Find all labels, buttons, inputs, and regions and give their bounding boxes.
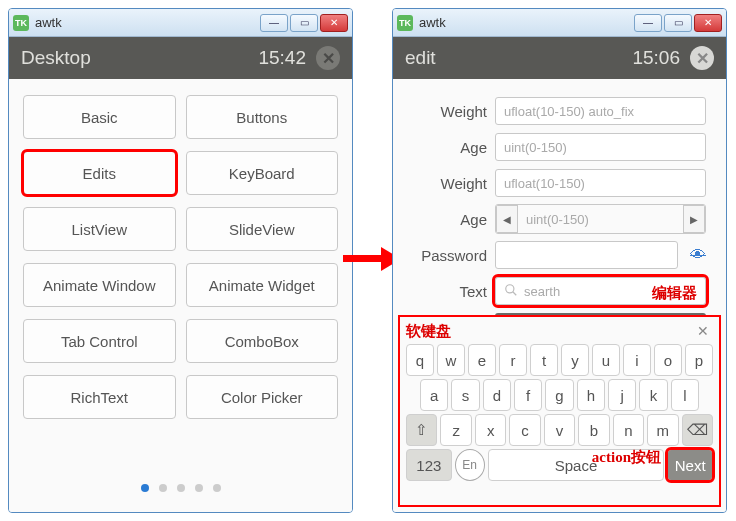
password-input[interactable] [495, 241, 678, 269]
key-j[interactable]: j [608, 379, 636, 411]
tile-color-picker[interactable]: Color Picker [186, 375, 339, 419]
key-q[interactable]: q [406, 344, 434, 376]
keyboard-row: ⇧zxcvbnm⌫ [406, 414, 713, 446]
page-dot[interactable] [177, 484, 185, 492]
key-numeric[interactable]: 123 [406, 449, 452, 481]
screen-header: edit 15:06 ✕ [393, 37, 726, 79]
form-row: Textsearth编辑器 [407, 273, 706, 309]
tile-edits[interactable]: Edits [23, 151, 176, 195]
desktop-window: TK awtk — ▭ ✕ Desktop 15:42 ✕ BasicButto… [8, 8, 353, 513]
tile-richtext[interactable]: RichText [23, 375, 176, 419]
key-t[interactable]: t [530, 344, 558, 376]
spin-down-icon[interactable]: ◀ [496, 205, 518, 233]
tile-slideview[interactable]: SlideView [186, 207, 339, 251]
form-row: Ageuint(0-150) [407, 129, 706, 165]
page-indicator [9, 484, 352, 492]
minimize-button[interactable]: — [260, 14, 288, 32]
key-shift[interactable]: ⇧ [406, 414, 437, 446]
key-s[interactable]: s [451, 379, 479, 411]
key-w[interactable]: w [437, 344, 465, 376]
key-g[interactable]: g [545, 379, 573, 411]
text-input[interactable]: uint(0-150) [495, 133, 706, 161]
spin-up-icon[interactable]: ▶ [683, 205, 705, 233]
key-r[interactable]: r [499, 344, 527, 376]
text-input[interactable]: searth编辑器 [495, 277, 706, 305]
keyboard-row: asdfghjkl [406, 379, 713, 411]
placeholder-text: uint(0-150) [504, 140, 567, 155]
key-e[interactable]: e [468, 344, 496, 376]
keyboard-close-icon[interactable]: ✕ [693, 323, 713, 339]
keyboard-annotation: 软键盘 [406, 322, 693, 341]
page-dot[interactable] [141, 484, 149, 492]
number-input[interactable]: uint(0-150) [518, 212, 683, 227]
tile-animate-widget[interactable]: Animate Widget [186, 263, 339, 307]
form-row: Password👁 [407, 237, 706, 273]
placeholder-text: ufloat(10-150) auto_fix [504, 104, 634, 119]
titlebar: TK awtk — ▭ ✕ [9, 9, 352, 37]
key-i[interactable]: i [623, 344, 651, 376]
key-k[interactable]: k [639, 379, 667, 411]
key-n[interactable]: n [613, 414, 644, 446]
key-c[interactable]: c [509, 414, 540, 446]
key-d[interactable]: d [483, 379, 511, 411]
app-icon: TK [13, 15, 29, 31]
header-close-icon[interactable]: ✕ [316, 46, 340, 70]
key-y[interactable]: y [561, 344, 589, 376]
editor-annotation: 编辑器 [652, 284, 697, 303]
titlebar: TK awtk — ▭ ✕ [393, 9, 726, 37]
maximize-button[interactable]: ▭ [664, 14, 692, 32]
close-button[interactable]: ✕ [694, 14, 722, 32]
tile-tab-control[interactable]: Tab Control [23, 319, 176, 363]
key-m[interactable]: m [647, 414, 678, 446]
key-action-next[interactable]: Next [667, 449, 713, 481]
form: Weightufloat(10-150) auto_fixAgeuint(0-1… [403, 89, 710, 345]
field-label: Weight [407, 175, 487, 192]
key-a[interactable]: a [420, 379, 448, 411]
tile-combobox[interactable]: ComboBox [186, 319, 339, 363]
form-row: Age◀uint(0-150)▶ [407, 201, 706, 237]
visibility-toggle-icon[interactable]: 👁 [690, 246, 706, 264]
edit-window: TK awtk — ▭ ✕ edit 15:06 ✕ ▲ ▼ Weightufl… [392, 8, 727, 513]
svg-line-1 [513, 291, 517, 295]
tile-keyboard[interactable]: KeyBoard [186, 151, 339, 195]
header-title: edit [405, 47, 632, 69]
key-z[interactable]: z [440, 414, 471, 446]
keyboard-row: 123 En Space Next [406, 449, 713, 481]
minimize-button[interactable]: — [634, 14, 662, 32]
key-backspace[interactable]: ⌫ [682, 414, 713, 446]
key-language[interactable]: En [455, 449, 485, 481]
key-o[interactable]: o [654, 344, 682, 376]
search-icon [504, 283, 518, 300]
key-l[interactable]: l [671, 379, 699, 411]
maximize-button[interactable]: ▭ [290, 14, 318, 32]
key-p[interactable]: p [685, 344, 713, 376]
action-button-annotation: action按钮 [592, 448, 661, 467]
text-input[interactable]: ufloat(10-150) auto_fix [495, 97, 706, 125]
key-v[interactable]: v [544, 414, 575, 446]
page-dot[interactable] [213, 484, 221, 492]
form-row: Weightufloat(10-150) [407, 165, 706, 201]
page-dot[interactable] [159, 484, 167, 492]
tile-animate-window[interactable]: Animate Window [23, 263, 176, 307]
titlebar-title: awtk [419, 15, 634, 30]
tile-listview[interactable]: ListView [23, 207, 176, 251]
key-b[interactable]: b [578, 414, 609, 446]
text-input[interactable]: ufloat(10-150) [495, 169, 706, 197]
close-button[interactable]: ✕ [320, 14, 348, 32]
soft-keyboard: 软键盘 ✕ qwertyuiop asdfghjkl ⇧zxcvbnm⌫ 123… [398, 315, 721, 507]
page-dot[interactable] [195, 484, 203, 492]
key-f[interactable]: f [514, 379, 542, 411]
tile-buttons[interactable]: Buttons [186, 95, 339, 139]
header-time: 15:06 [632, 47, 680, 69]
screen-header: Desktop 15:42 ✕ [9, 37, 352, 79]
svg-point-0 [506, 284, 514, 292]
form-row: Weightufloat(10-150) auto_fix [407, 93, 706, 129]
key-u[interactable]: u [592, 344, 620, 376]
key-h[interactable]: h [577, 379, 605, 411]
titlebar-title: awtk [35, 15, 260, 30]
header-close-icon[interactable]: ✕ [690, 46, 714, 70]
field-label: Password [407, 247, 487, 264]
tile-basic[interactable]: Basic [23, 95, 176, 139]
key-x[interactable]: x [475, 414, 506, 446]
field-label: Text [407, 283, 487, 300]
